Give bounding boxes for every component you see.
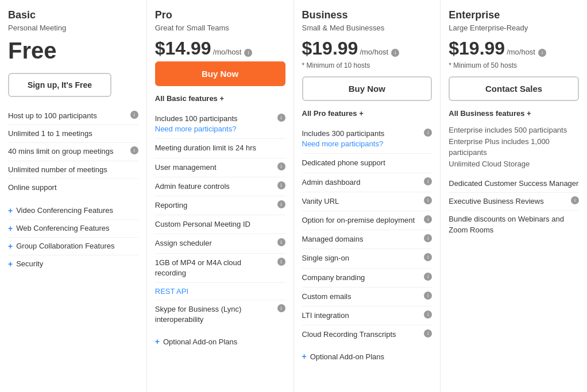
biz-feature-7: Company branding i	[302, 269, 432, 288]
plus-icon-video: +	[8, 206, 13, 215]
biz-feature-5-info[interactable]: i	[424, 234, 432, 242]
ent-feature-0: Dedicated Customer Success Manager	[449, 175, 579, 193]
pro-feature-6-info[interactable]: i	[277, 238, 285, 246]
business-price-info[interactable]: i	[391, 49, 399, 57]
enterprise-description: Enterprise includes 500 participants Ent…	[449, 125, 579, 169]
biz-feature-0-info[interactable]: i	[424, 129, 432, 137]
biz-feature-4: Option for on-premise deployment i	[302, 211, 432, 230]
expand-group-label: Group Collaboration Features	[16, 242, 114, 250]
biz-feature-10-text: Cloud Recording Transcripts	[302, 329, 422, 340]
basic-feature-3-info[interactable]: i	[130, 146, 138, 154]
pro-price-amount: $14.99	[155, 38, 211, 59]
biz-feature-0-link[interactable]: Need more participants?	[302, 139, 422, 149]
pro-feature-3: Admin feature controls i	[155, 177, 285, 196]
expand-web-conferencing[interactable]: + Web Conferencing Features	[8, 220, 138, 238]
biz-feature-8-text: Custom emails	[302, 292, 422, 302]
biz-feature-7-info[interactable]: i	[424, 273, 432, 281]
pro-feature-7-info[interactable]: i	[277, 258, 285, 266]
biz-feature-2-info[interactable]: i	[424, 177, 432, 185]
business-price-wrapper: $19.99 /mo/host i	[302, 38, 432, 59]
pro-addons[interactable]: + Optional Add-on Plans	[155, 332, 285, 351]
enterprise-price-info[interactable]: i	[538, 49, 546, 57]
business-price-amount: $19.99	[302, 38, 358, 59]
enterprise-cta-button[interactable]: Contact Sales	[449, 76, 579, 101]
basic-feature-5-text: Online support	[8, 183, 138, 193]
pro-feature-5-text: Custom Personal Meeting ID	[155, 219, 285, 230]
biz-feature-3-info[interactable]: i	[424, 196, 432, 204]
biz-feature-4-text: Option for on-premise deployment	[302, 215, 422, 226]
pro-feature-2: User management i	[155, 158, 285, 177]
expand-video-conferencing[interactable]: + Video Conferencing Features	[8, 202, 138, 220]
biz-feature-5-text: Managed domains	[302, 234, 422, 244]
pro-feature-3-info[interactable]: i	[277, 181, 285, 189]
basic-feature-3: 40 mins limit on group meetings i	[8, 143, 138, 161]
plus-icon-pro-addons: +	[155, 337, 160, 346]
basic-plan-tagline: Personal Meeting	[8, 24, 138, 32]
biz-feature-8: Custom emails i	[302, 288, 432, 306]
ent-feature-2: Bundle discounts on Webinars and Zoom Ro…	[449, 211, 579, 238]
business-price-note: * Minimum of 10 hosts	[302, 61, 432, 69]
biz-feature-10: Cloud Recording Transcripts i	[302, 325, 432, 344]
expand-group-collaboration[interactable]: + Group Collaboration Features	[8, 238, 138, 255]
basic-feature-3-text: 40 mins limit on group meetings	[8, 146, 128, 157]
pro-addons-label: Optional Add-on Plans	[163, 337, 237, 346]
pro-feature-1: Meeting duration limit is 24 hrs	[155, 139, 285, 158]
basic-feature-2-text: Unlimited 1 to 1 meetings	[8, 129, 138, 139]
basic-feature-5: Online support	[8, 179, 138, 196]
basic-feature-4-text: Unlimited number of meetings	[8, 165, 138, 175]
biz-feature-6-text: Single sign-on	[302, 253, 422, 263]
pro-plan-tagline: Great for Small Teams	[155, 24, 285, 32]
business-cta-button[interactable]: Buy Now	[302, 76, 432, 101]
biz-feature-4-info[interactable]: i	[424, 215, 432, 223]
pro-features-list: Includes 100 participants Need more part…	[155, 110, 285, 329]
basic-feature-1-info[interactable]: i	[130, 111, 138, 119]
expand-security[interactable]: + Security	[8, 255, 138, 273]
pro-price-wrapper: $14.99 /mo/host i	[155, 38, 285, 59]
pro-feature-5: Custom Personal Meeting ID	[155, 215, 285, 234]
pro-feature-7: 1GB of MP4 or M4A cloud recording i	[155, 254, 285, 283]
basic-cta-button[interactable]: Sign up, It's Free	[8, 73, 111, 97]
business-plan-name: Business	[302, 9, 432, 21]
biz-feature-8-info[interactable]: i	[424, 292, 432, 300]
enterprise-plan-tagline: Large Enterprise-Ready	[449, 24, 579, 32]
pro-price-info[interactable]: i	[244, 49, 252, 57]
ent-feature-0-text: Dedicated Customer Success Manager	[449, 178, 579, 189]
enterprise-features-list: Dedicated Customer Success Manager Execu…	[449, 175, 579, 239]
enterprise-price-amount: $19.99	[449, 38, 505, 59]
ent-feature-1-info[interactable]: i	[571, 196, 579, 204]
expand-security-label: Security	[16, 259, 43, 268]
pro-feature-0-link[interactable]: Need more participants?	[155, 124, 275, 134]
pro-price-unit: /mo/host	[213, 48, 242, 56]
biz-feature-1-text: Dedicated phone support	[302, 158, 432, 168]
biz-feature-9-info[interactable]: i	[424, 311, 432, 319]
ent-feature-1: Executive Business Reviews i	[449, 193, 579, 211]
biz-feature-2-text: Admin dashboard	[302, 177, 422, 188]
basic-features-list: Host up to 100 participants i Unlimited …	[8, 107, 138, 196]
basic-price: Free	[8, 38, 138, 64]
pro-feature-0-text: Includes 100 participants Need more part…	[155, 114, 275, 134]
plan-pro: Pro Great for Small Teams $14.99 /mo/hos…	[147, 0, 294, 392]
pro-feature-7-text: 1GB of MP4 or M4A cloud recording	[155, 258, 275, 278]
pro-feature-2-text: User management	[155, 162, 275, 173]
enterprise-price-wrapper: $19.99 /mo/host i	[449, 38, 579, 59]
pro-feature-4-info[interactable]: i	[277, 200, 285, 208]
ent-feature-1-text: Executive Business Reviews	[449, 196, 568, 207]
biz-feature-5: Managed domains i	[302, 230, 432, 249]
pro-cta-button[interactable]: Buy Now	[155, 61, 285, 86]
plus-icon-group: +	[8, 242, 13, 251]
pro-feature-0-info[interactable]: i	[277, 114, 285, 122]
pro-feature-2-info[interactable]: i	[277, 162, 285, 170]
biz-feature-9-text: LTI integration	[302, 311, 422, 321]
enterprise-features-header: All Business features +	[449, 109, 579, 118]
pro-feature-6: Assign scheduler i	[155, 234, 285, 253]
pro-feature-1-text: Meeting duration limit is 24 hrs	[155, 143, 285, 153]
pro-feature-9-text: Skype for Business (Lync) interoperabili…	[155, 304, 275, 325]
plan-business: Business Small & Med Businesses $19.99 /…	[294, 0, 441, 392]
pro-feature-8: REST API	[155, 283, 285, 300]
pro-feature-9: Skype for Business (Lync) interoperabili…	[155, 300, 285, 329]
rest-api-link[interactable]: REST API	[155, 287, 188, 296]
biz-feature-10-info[interactable]: i	[424, 329, 432, 337]
biz-addons[interactable]: + Optional Add-on Plans	[302, 347, 432, 366]
pro-feature-9-info[interactable]: i	[277, 304, 285, 312]
biz-feature-6-info[interactable]: i	[424, 253, 432, 261]
